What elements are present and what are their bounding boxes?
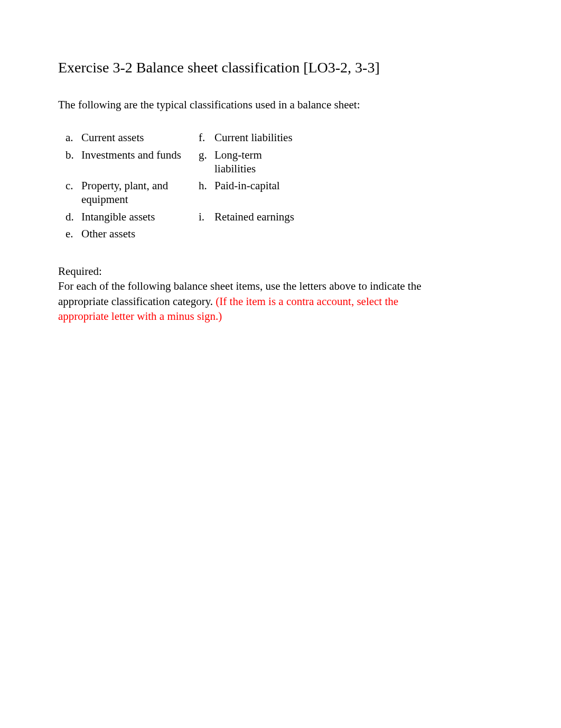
required-label: Required: [58, 265, 102, 278]
intro-text: The following are the typical classifica… [58, 98, 503, 112]
item-f-label: Current liabilities [210, 131, 300, 144]
item-d-letter: d. [66, 210, 77, 224]
item-g-letter: g. [199, 148, 210, 162]
item-i-label: Retained earnings [210, 210, 300, 224]
item-b-letter: b. [66, 148, 77, 162]
item-d-label: Intangible assets [77, 210, 199, 224]
item-h-label: Paid-in-capital [210, 179, 300, 192]
item-g-label: Long-term liabilities [210, 148, 300, 176]
item-b-label: Investments and funds [77, 148, 199, 162]
required-section: Required: For each of the following bala… [58, 264, 444, 324]
item-f-letter: f. [199, 131, 210, 144]
exercise-title: Exercise 3-2 Balance sheet classificatio… [58, 58, 503, 77]
classification-grid: a. Current assets f. Current liabilities… [66, 131, 503, 241]
item-i-letter: i. [199, 210, 210, 224]
item-e-label: Other assets [77, 227, 199, 241]
item-a-letter: a. [66, 131, 77, 144]
item-c-label: Property, plant, and equipment [77, 179, 199, 207]
item-a-label: Current assets [77, 131, 199, 144]
item-c-letter: c. [66, 179, 77, 192]
page-content: Exercise 3-2 Balance sheet classificatio… [0, 0, 561, 324]
item-h-letter: h. [199, 179, 210, 192]
item-e-letter: e. [66, 227, 77, 241]
